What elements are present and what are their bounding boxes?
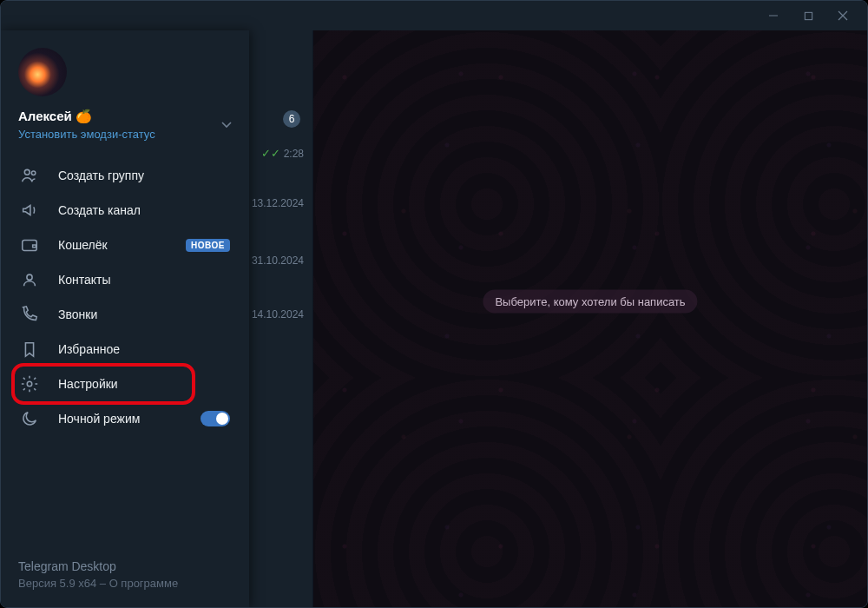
app-window: 6 ✓✓ 2:28 13.12.2024 фикация!.. 31.10.20… bbox=[0, 0, 868, 608]
menu-settings[interactable]: Настройки bbox=[1, 367, 249, 401]
menu-footer: Telegram Desktop Версия 5.9 x64 – О прог… bbox=[1, 547, 249, 607]
menu-label: Избранное bbox=[58, 342, 230, 356]
night-icon bbox=[20, 409, 39, 428]
settings-icon bbox=[20, 374, 39, 393]
chat-time: ✓✓ 2:28 bbox=[261, 147, 304, 160]
calls-icon bbox=[20, 305, 39, 324]
titlebar bbox=[1, 1, 867, 30]
menu-saved[interactable]: Избранное bbox=[1, 332, 249, 367]
check-icon: ✓✓ bbox=[261, 147, 280, 160]
menu-label: Создать канал bbox=[58, 203, 230, 217]
menu-label: Контакты bbox=[58, 273, 230, 287]
app-name: Telegram Desktop bbox=[18, 559, 232, 573]
menu-contacts[interactable]: Контакты bbox=[1, 262, 249, 297]
channel-icon bbox=[20, 201, 39, 220]
unread-badge: 6 bbox=[283, 110, 300, 128]
chevron-down-icon[interactable] bbox=[220, 117, 233, 135]
menu-night-mode[interactable]: Ночной режим bbox=[1, 401, 249, 436]
menu-wallet[interactable]: Кошелёк НОВОЕ bbox=[1, 228, 249, 262]
saved-icon bbox=[20, 340, 39, 359]
menu-label: Настройки bbox=[58, 377, 230, 391]
menu-label: Ночной режим bbox=[58, 412, 181, 426]
close-button[interactable] bbox=[825, 3, 860, 29]
set-emoji-status-link[interactable]: Установить эмодзи-статус bbox=[18, 128, 232, 141]
minimize-button[interactable] bbox=[756, 3, 791, 29]
menu-new-channel[interactable]: Создать канал bbox=[1, 193, 249, 228]
chat-date: 31.10.2024 bbox=[252, 254, 304, 267]
chat-date: 13.12.2024 bbox=[252, 197, 304, 209]
menu-calls[interactable]: Звонки bbox=[1, 297, 249, 332]
conversation-area: Выберите, кому хотели бы написать bbox=[313, 30, 867, 607]
menu-label: Звонки bbox=[58, 307, 230, 321]
menu-new-group[interactable]: Создать группу bbox=[1, 158, 249, 193]
svg-point-7 bbox=[27, 274, 32, 280]
group-icon bbox=[20, 166, 39, 185]
chat-date: 14.10.2024 bbox=[252, 308, 304, 321]
new-badge: НОВОЕ bbox=[186, 239, 230, 252]
main-menu-panel: Алексей 🍊 Установить эмодзи-статус Созда… bbox=[1, 30, 249, 607]
svg-rect-1 bbox=[805, 12, 812, 19]
svg-point-5 bbox=[31, 171, 35, 175]
menu-list: Создать группу Создать канал Кошелёк НОВ… bbox=[1, 151, 249, 547]
night-mode-toggle[interactable] bbox=[201, 411, 230, 426]
svg-point-4 bbox=[24, 169, 30, 175]
empty-conversation-placeholder: Выберите, кому хотели бы написать bbox=[483, 290, 697, 314]
profile-name: Алексей 🍊 bbox=[18, 109, 232, 124]
avatar[interactable] bbox=[18, 48, 67, 96]
version-line[interactable]: Версия 5.9 x64 – О программе bbox=[18, 577, 232, 590]
contacts-icon bbox=[20, 270, 39, 289]
menu-label: Создать группу bbox=[58, 169, 230, 182]
profile-block: Алексей 🍊 Установить эмодзи-статус bbox=[1, 30, 249, 151]
maximize-button[interactable] bbox=[791, 3, 825, 29]
menu-label: Кошелёк bbox=[58, 238, 167, 252]
app-body: 6 ✓✓ 2:28 13.12.2024 фикация!.. 31.10.20… bbox=[1, 30, 867, 607]
wallet-icon bbox=[20, 235, 39, 254]
svg-point-8 bbox=[27, 381, 32, 387]
